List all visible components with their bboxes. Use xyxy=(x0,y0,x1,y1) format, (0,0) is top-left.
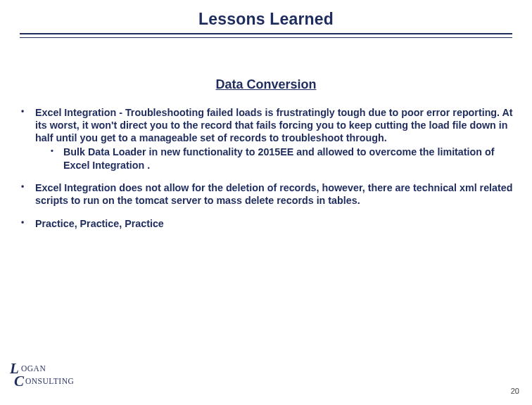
logo-bottom-text: ONSULTING xyxy=(25,377,74,385)
title-rule xyxy=(20,33,512,38)
logo-top-text: OGAN xyxy=(21,364,46,373)
slide-title: Lessons Learned xyxy=(0,0,532,33)
bullet-text: Excel Integration - Troubleshooting fail… xyxy=(35,107,513,144)
logo: L OGAN C ONSULTING xyxy=(10,361,94,394)
list-item: Bulk Data Loader in new functionality to… xyxy=(35,146,521,172)
sub-bullet-list: Bulk Data Loader in new functionality to… xyxy=(35,146,521,172)
page-number: 20 xyxy=(511,387,519,395)
svg-text:C: C xyxy=(14,373,25,390)
bullet-text: Practice, Practice, Practice xyxy=(35,218,164,229)
bullet-text: Excel Integration does not allow for the… xyxy=(35,182,513,206)
list-item: Excel Integration - Troubleshooting fail… xyxy=(11,106,521,172)
content-area: Excel Integration - Troubleshooting fail… xyxy=(11,106,521,230)
slide: Lessons Learned Data Conversion Excel In… xyxy=(0,0,532,405)
list-item: Practice, Practice, Practice xyxy=(11,217,521,230)
list-item: Excel Integration does not allow for the… xyxy=(11,181,521,207)
sub-bullet-text: Bulk Data Loader in new functionality to… xyxy=(63,146,494,170)
section-heading: Data Conversion xyxy=(0,77,532,92)
bullet-list: Excel Integration - Troubleshooting fail… xyxy=(11,106,521,230)
